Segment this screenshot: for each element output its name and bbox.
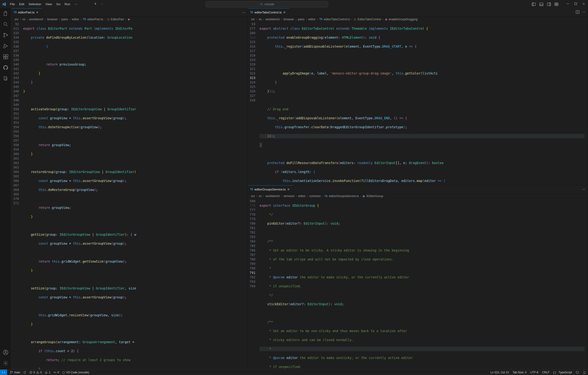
encoding[interactable]: UTF-8	[530, 371, 538, 374]
menu-go[interactable]: Go	[54, 1, 62, 7]
run-debug-icon[interactable]	[3, 43, 9, 49]
code-content[interactable]: export abstract class EditorTabsControl …	[260, 22, 585, 185]
broadcast-icon	[53, 371, 57, 374]
bc-seg[interactable]: browser	[47, 18, 57, 21]
close-icon[interactable]	[582, 2, 585, 6]
layout-left-icon[interactable]	[532, 2, 536, 6]
svg-rect-10	[557, 4, 558, 6]
nav-forward-icon[interactable]	[100, 2, 104, 6]
bc-seg[interactable]: workbench	[29, 18, 43, 21]
problems[interactable]: 0 0	[29, 371, 42, 374]
breadcrumbs-right-bottom[interactable]: src› vs› workbench› services› editor› co…	[248, 193, 588, 199]
bc-seg[interactable]: services	[284, 194, 294, 198]
breadcrumbs-left[interactable]: src› vs› workbench› browser› parts› edit…	[11, 17, 248, 22]
bc-seg[interactable]: editorGroupsService.ts	[329, 194, 359, 198]
bc-seg[interactable]: vs	[259, 18, 262, 21]
minimap[interactable]	[244, 22, 248, 369]
bc-seg[interactable]: browser	[284, 18, 294, 21]
menu-run[interactable]: Run	[63, 1, 72, 7]
split-editor-icon[interactable]	[576, 10, 579, 15]
feedback-icon[interactable]	[576, 371, 579, 374]
breadcrumbs-right-top[interactable]: src› vs› workbench› browser› parts› edit…	[248, 17, 588, 22]
code-editor-right-bottom[interactable]: 508 776 77777877978078178278378478578678…	[248, 199, 588, 369]
bc-seg[interactable]: vs	[22, 18, 25, 21]
bc-seg[interactable]: editorTabsControl.ts	[324, 18, 350, 21]
method-symbol-icon: ◈	[128, 17, 130, 21]
bc-seg[interactable]: vs	[259, 194, 262, 198]
bc-seg[interactable]: editor	[298, 194, 305, 198]
code-content[interactable]: export class EditorPart extends Part imp…	[23, 22, 244, 369]
minimap[interactable]	[585, 199, 588, 369]
scm-branch[interactable]: main	[10, 371, 20, 374]
svg-point-24	[5, 363, 6, 364]
close-tab-icon[interactable]: ✕	[36, 11, 40, 14]
svg-rect-11	[575, 3, 577, 5]
bc-seg[interactable]: workbench	[265, 194, 280, 198]
close-tab-icon[interactable]: ✕	[283, 11, 287, 14]
tab-editortabscontrol[interactable]: TS editorTabsControl.ts ✕	[248, 8, 290, 16]
tab-editorgroupservice[interactable]: TS editorGroupsService.ts ✕	[248, 185, 294, 193]
bc-seg[interactable]: workbench	[265, 18, 280, 21]
code-content[interactable]: export interface IEditorGroup { */ pinEd…	[260, 199, 585, 369]
bc-seg[interactable]: src	[15, 18, 19, 21]
language-mode[interactable]: { } TypeScript	[553, 371, 572, 374]
tab-editorpart[interactable]: TS editorPart.ts ✕	[11, 8, 42, 16]
code-editor-left[interactable]: 92 311 333334335336337338339340341342343…	[11, 22, 248, 369]
accounts-icon[interactable]	[3, 350, 9, 355]
menu-more[interactable]: ⋯	[73, 1, 79, 7]
bc-seg[interactable]: common	[309, 194, 321, 198]
project-name[interactable]: VS Code (vscode)	[62, 371, 89, 374]
maximize-icon[interactable]	[574, 2, 577, 6]
eol[interactable]: CRLF	[542, 371, 549, 374]
more-icon[interactable]: ⋯	[582, 10, 585, 15]
source-control-icon[interactable]	[3, 32, 9, 38]
lang-label: TypeScript	[558, 371, 572, 374]
radio[interactable]: 0	[53, 371, 59, 374]
ts-file-icon: TS	[319, 18, 323, 21]
layout-custom-icon[interactable]	[555, 2, 558, 6]
remote-indicator[interactable]	[0, 370, 7, 375]
more-icon[interactable]: ⋯	[242, 11, 245, 14]
bc-seg[interactable]: src	[251, 18, 255, 21]
notifications-icon[interactable]	[583, 371, 586, 374]
nav-back-icon[interactable]	[94, 2, 97, 6]
explorer-icon[interactable]	[3, 11, 9, 16]
bc-seg[interactable]: EditorPart	[111, 18, 124, 21]
minimize-icon[interactable]	[566, 2, 569, 6]
tab-size[interactable]: Tab Size: 4	[513, 371, 526, 374]
more-icon[interactable]: ⋯	[582, 187, 585, 191]
close-tab-icon[interactable]: ✕	[287, 188, 291, 191]
bc-seg[interactable]: parts	[62, 18, 68, 21]
code-editor-right-top[interactable]: 93 277 280 314 3153163173183193203213223…	[248, 22, 588, 185]
svg-rect-19	[6, 57, 8, 59]
ports[interactable]: 1	[44, 371, 50, 374]
menu-selection[interactable]: Selection	[27, 1, 43, 7]
references-icon[interactable]	[3, 76, 9, 81]
settings-gear-icon[interactable]	[3, 360, 9, 366]
menu-file[interactable]: File	[8, 1, 17, 7]
menu-view[interactable]: View	[43, 1, 54, 7]
bc-seg[interactable]: parts	[298, 18, 304, 21]
bc-seg[interactable]: editor	[72, 18, 79, 21]
menu-edit[interactable]: Edit	[17, 1, 26, 7]
layout-right-icon[interactable]	[547, 2, 551, 6]
ts-file-icon: TS	[250, 11, 253, 14]
search-sidebar-icon[interactable]	[3, 21, 9, 27]
titlebar: File Edit Selection View Go Run ⋯ vscode	[0, 0, 588, 8]
cursor-position[interactable]: Ln 323, Col 13	[491, 371, 509, 374]
bc-seg[interactable]: src	[251, 194, 255, 198]
bc-seg[interactable]: enableGroupDragging	[389, 18, 418, 21]
command-center[interactable]: vscode	[206, 1, 328, 7]
minimap[interactable]	[585, 22, 588, 185]
layout-bottom-icon[interactable]	[539, 2, 543, 6]
svg-rect-20	[6, 54, 8, 56]
warning-count: 0	[40, 371, 42, 374]
bc-seg[interactable]: IEditorGroup	[366, 194, 383, 198]
github-icon[interactable]	[3, 65, 9, 70]
bc-seg[interactable]: editor	[308, 18, 315, 21]
sync-icon[interactable]	[23, 371, 26, 374]
bc-seg[interactable]: editorPart.ts	[87, 18, 103, 21]
svg-rect-9	[555, 4, 556, 6]
bc-seg[interactable]: EditorTabsControl	[357, 18, 381, 21]
extensions-icon[interactable]	[3, 54, 9, 60]
